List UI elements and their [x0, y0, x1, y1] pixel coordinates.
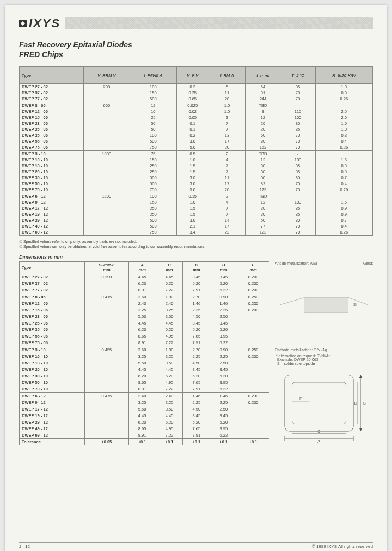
svg-text:C: C	[317, 429, 320, 434]
table-notes: ① Specified values refer to chip only, a…	[19, 239, 373, 249]
svg-marker-22	[359, 428, 362, 431]
dimensions-heading: Dimensions in mm	[19, 254, 373, 260]
electrical-table: TypeV_RRM VI_FAVM AV_F VI_RM At_rr nsT_J…	[19, 66, 373, 236]
svg-text:B: B	[363, 401, 366, 406]
copyright: © 1999 IXYS All rights reserved	[312, 544, 373, 549]
svg-marker-21	[359, 375, 362, 378]
page-title: Fast Recovery Epitaxial Diodes	[19, 40, 373, 49]
svg-text:Si: Si	[353, 303, 357, 307]
svg-text:E: E	[299, 396, 302, 401]
svg-line-4	[348, 298, 368, 305]
page-subtitle: FRED Chips	[19, 50, 373, 59]
dimensions-table: TypeSi-thick.mmAmmBmmCmmDmmEmm DWEP 27 -…	[19, 261, 270, 445]
ixys-logo-icon	[19, 20, 27, 27]
svg-rect-5	[304, 298, 348, 313]
svg-rect-7	[285, 375, 353, 432]
svg-text:A: A	[317, 439, 320, 444]
brand-name: IXYS	[29, 16, 60, 30]
chip-diagram: Anode metallization: AlSiGlass Si Cathod…	[275, 261, 373, 445]
svg-line-0	[280, 298, 304, 305]
page-number: J - 12	[19, 544, 30, 549]
svg-text:D: D	[354, 401, 357, 406]
svg-rect-8	[292, 382, 346, 424]
header-decoration	[65, 17, 373, 29]
